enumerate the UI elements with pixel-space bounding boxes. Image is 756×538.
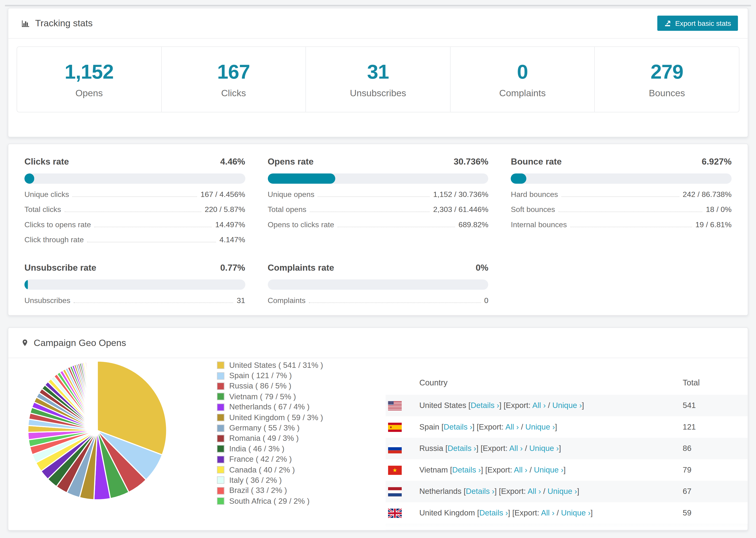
- legend-label: United States ( 541 / 31% ): [229, 361, 323, 370]
- flag-icon-ru: [388, 444, 402, 453]
- dotted-leader: [94, 227, 212, 227]
- export-unique-link[interactable]: Unique ›: [537, 530, 567, 530]
- progress-fill: [25, 174, 34, 184]
- rate-row: Opens to clicks rate 689.82%: [268, 220, 488, 229]
- details-link[interactable]: Details ›: [448, 444, 476, 452]
- legend-label: France ( 42 / 2% ): [229, 455, 292, 463]
- rate-row: Total opens 2,303 / 61.446%: [268, 205, 488, 214]
- export-all-link[interactable]: All ›: [514, 466, 527, 474]
- stat-box-clicks: 167 Clicks: [162, 47, 306, 112]
- rate-row-value: 19 / 6.81%: [695, 220, 731, 229]
- rate-value: 6.927%: [702, 157, 731, 167]
- rate-row-label: Soft bounces: [511, 205, 555, 214]
- rate-value: 0.77%: [220, 263, 245, 273]
- legend-item-italy[interactable]: Italy ( 36 / 2% ): [217, 475, 323, 486]
- legend-item-brazil[interactable]: Brazil ( 33 / 2% ): [217, 485, 323, 496]
- flag-icon-de: [388, 530, 402, 530]
- geo-pie-chart[interactable]: [27, 360, 167, 501]
- legend-label: India ( 46 / 3% ): [229, 445, 284, 453]
- export-all-link[interactable]: All ›: [541, 509, 554, 517]
- rate-row: Complaints 0: [268, 296, 488, 305]
- legend-swatch: [217, 456, 224, 463]
- rate-row-label: Total opens: [268, 205, 306, 214]
- legend-item-vietnam[interactable]: Vietnam ( 79 / 5% ): [217, 392, 323, 402]
- stat-value: 279: [651, 60, 683, 83]
- export-all-link[interactable]: All ›: [505, 422, 519, 431]
- stat-box-complaints: 0 Complaints: [451, 47, 595, 112]
- geo-table-header-country: Country: [419, 378, 448, 388]
- details-link[interactable]: Details ›: [479, 509, 508, 517]
- export-unique-link[interactable]: Unique ›: [548, 487, 577, 495]
- geo-title-wrap: Campaign Geo Opens: [21, 337, 126, 348]
- legend-item-germany[interactable]: Germany ( 55 / 3% ): [217, 423, 323, 433]
- legend-swatch: [217, 466, 224, 473]
- export-basic-stats-button[interactable]: Export basic stats: [657, 16, 738, 31]
- rate-row-value: 31: [237, 296, 245, 305]
- legend-item-united-kingdom[interactable]: United Kingdom ( 59 / 3% ): [217, 412, 323, 423]
- legend-item-netherlands[interactable]: Netherlands ( 67 / 4% ): [217, 402, 323, 412]
- rate-row: Total clicks 220 / 5.87%: [25, 205, 245, 214]
- map-pin-icon: [21, 338, 29, 348]
- legend-item-france[interactable]: France ( 42 / 2% ): [217, 454, 323, 465]
- export-unique-link[interactable]: Unique ›: [561, 509, 590, 517]
- rate-row-label: Unique opens: [268, 190, 314, 199]
- rate-title: Clicks rate: [25, 157, 69, 167]
- rate-row: Unique opens 1,152 / 30.736%: [268, 190, 488, 199]
- dotted-leader: [338, 227, 455, 227]
- total-cell: 541: [683, 401, 696, 410]
- legend-swatch: [217, 404, 224, 411]
- details-link[interactable]: Details ›: [456, 530, 484, 530]
- rate-head: Clicks rate 4.46%: [25, 157, 245, 167]
- rate-row: Soft bounces 18 / 0%: [511, 205, 731, 214]
- rate-row-value: 1,152 / 30.736%: [433, 190, 488, 199]
- legend-item-romania[interactable]: Romania ( 49 / 3% ): [217, 433, 323, 444]
- geo-table-rows: United States [Details ›] [Export: All ›…: [386, 395, 748, 531]
- pie-svg[interactable]: [27, 360, 167, 501]
- dotted-leader: [318, 196, 430, 197]
- export-unique-link[interactable]: Unique ›: [552, 401, 582, 409]
- rate-row-value: 689.82%: [459, 220, 488, 229]
- details-link[interactable]: Details ›: [444, 422, 472, 431]
- rate-title: Opens rate: [268, 157, 314, 167]
- legend-item-united-states[interactable]: United States ( 541 / 31% ): [217, 360, 323, 371]
- rates-grid: Clicks rate 4.46% Unique clicks 167 / 4.…: [25, 157, 731, 305]
- export-all-link[interactable]: All ›: [527, 487, 541, 495]
- country-cell: United States [Details ›] [Export: All ›…: [419, 401, 584, 410]
- export-basic-stats-label: Export basic stats: [675, 19, 731, 27]
- export-unique-link[interactable]: Unique ›: [534, 466, 564, 474]
- export-all-link[interactable]: All ›: [532, 401, 546, 409]
- dotted-leader: [310, 211, 430, 212]
- rate-row-value: 18 / 0%: [706, 205, 731, 214]
- legend-swatch: [217, 393, 224, 400]
- details-link[interactable]: Details ›: [470, 401, 499, 409]
- export-unique-link[interactable]: Unique ›: [529, 444, 559, 452]
- table-row-gb: United Kingdom [Details ›] [Export: All …: [386, 502, 748, 524]
- rates-card: Clicks rate 4.46% Unique clicks 167 / 4.…: [8, 144, 748, 316]
- stats-row: 1,152 Opens167 Clicks31 Unsubscribes0 Co…: [17, 46, 739, 112]
- total-cell: 86: [683, 444, 691, 453]
- total-cell: 59: [683, 509, 691, 517]
- legend-item-spain[interactable]: Spain ( 121 / 7% ): [217, 371, 323, 381]
- legend-item-south-africa[interactable]: South Africa ( 29 / 2% ): [217, 496, 323, 507]
- flag-icon-us: [388, 401, 402, 410]
- legend-label: Canada ( 40 / 2% ): [229, 465, 295, 474]
- legend-item-india[interactable]: India ( 46 / 3% ): [217, 444, 323, 454]
- rate-row: Unique clicks 167 / 4.456%: [25, 190, 245, 199]
- rate-row-value: 14.497%: [215, 220, 245, 229]
- legend-item-canada[interactable]: Canada ( 40 / 2% ): [217, 464, 323, 475]
- export-unique-link[interactable]: Unique ›: [525, 422, 555, 431]
- table-row-vn: Vietnam [Details ›] [Export: All › / Uni…: [386, 459, 748, 481]
- details-link[interactable]: Details ›: [466, 487, 495, 495]
- rate-head: Complaints rate 0%: [268, 263, 488, 273]
- details-link[interactable]: Details ›: [452, 466, 481, 474]
- dotted-leader: [561, 196, 679, 197]
- legend-item-russia[interactable]: Russia ( 86 / 5% ): [217, 381, 323, 392]
- rate-title: Bounce rate: [511, 157, 562, 167]
- geo-legend: United States ( 541 / 31% ) Spain ( 121 …: [217, 360, 323, 506]
- flag-icon-es: [388, 422, 402, 432]
- legend-label: Spain ( 121 / 7% ): [229, 371, 292, 380]
- export-all-link[interactable]: All ›: [509, 444, 523, 452]
- export-all-link[interactable]: All ›: [517, 530, 531, 530]
- total-cell: 55: [683, 530, 691, 530]
- geo-table-header-total: Total: [683, 378, 748, 388]
